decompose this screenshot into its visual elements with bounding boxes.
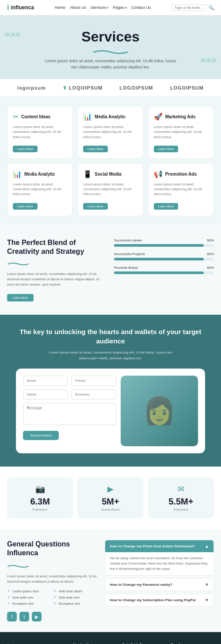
faq-arrow-1: ▲ (205, 544, 209, 549)
faq-right: How to Change my Photo from Admin Dashbo… (105, 540, 214, 622)
mic-icon: 🎙 (63, 86, 68, 90)
progress-brand: Promote Brand 90% (114, 266, 214, 274)
service-1-desc: Lorem ipsum dolor sit amet, consectetur … (13, 124, 67, 139)
nav-contact[interactable]: Contact Us (131, 5, 151, 10)
youtube-btn[interactable]: ▶ (32, 612, 42, 621)
faq-left: General Questions Influenca Lorem ipsum … (7, 540, 98, 622)
faq-social: f t ▶ (7, 612, 98, 621)
logo-4: LOGOIPSUM (170, 85, 204, 90)
logo-2-text: LOQOIPSUM (69, 85, 103, 90)
service-card-6: 📢 Promotion Ads Lorem ipsum dolor sit am… (148, 163, 214, 216)
progress-brand-label: Promote Brand (114, 266, 138, 270)
media-icon: 📊 (13, 170, 22, 178)
brand-name: influenca (11, 4, 34, 11)
check-6-icon: ✓ (53, 601, 57, 606)
key-title: The key to unlocking the hearts and wall… (7, 327, 214, 346)
nav-about[interactable]: About Us (70, 5, 86, 10)
faq-q-3: How to Change my Subscription Plan using… (110, 598, 195, 602)
check-4-icon: ✓ (53, 595, 57, 599)
search-icon[interactable]: 🔍 (209, 5, 214, 10)
faq-checklist: ✓ Lorem ipsum num ✓ Velit esse cillum ✓ … (7, 589, 98, 606)
submit-button[interactable]: Submit button (23, 431, 59, 440)
service-card-4: 📊 Media Analytic Lorem ipsum dolor sit a… (7, 163, 73, 216)
contact-image: 👩 (121, 376, 198, 446)
faq-item-1: How to Change my Photo from Admin Dashbo… (105, 540, 214, 576)
check-2: ✓ Velit esse cillum (53, 589, 98, 593)
faq-item-3-header[interactable]: How to Change my Subscription Plan using… (105, 594, 213, 606)
service-card-3-header: 🚀 Marketing Ads (154, 113, 208, 121)
check-1: ✓ Lorem ipsum num (7, 589, 52, 593)
service-card-4-header: 📊 Media Analytic (13, 170, 67, 178)
brand-logo[interactable]: i influenca (7, 4, 34, 11)
blend-underline (7, 259, 107, 267)
service-4-btn[interactable]: Learn More (13, 203, 38, 210)
logos-bar: logoipsum 🎙 LOQOIPSUM LOGOIPSUM LOGOIPSU… (0, 79, 221, 97)
progress-projects-pct: 90% (207, 252, 214, 256)
stat-1-icon: 📷 (11, 484, 69, 494)
check-1-icon: ✓ (7, 589, 11, 593)
faq-inner: General Questions Influenca Lorem ipsum … (7, 540, 214, 622)
phone-input[interactable] (71, 376, 116, 386)
service-card-3: 🚀 Marketing Ads Lorem ipsum dolor sit am… (148, 106, 214, 159)
business-input[interactable] (71, 389, 116, 399)
name-input[interactable] (23, 389, 68, 399)
check-5: ✓ Excepteur sint (7, 601, 52, 606)
service-3-btn[interactable]: Learn More (154, 146, 179, 152)
email-input[interactable] (23, 376, 68, 386)
key-section: The key to unlocking the hearts and wall… (0, 315, 221, 467)
faq-arrow-2: ▼ (205, 582, 209, 587)
faq-q-1: How to Change my Photo from Admin Dashbo… (110, 544, 195, 548)
key-subtitle: Lorem ipsum dolor sit amet, consectetur … (44, 350, 177, 362)
service-2-desc: Lorem ipsum dolor sit amet, consectetur … (83, 124, 137, 139)
service-card-1: ✂ Content Ideas Lorem ipsum dolor sit am… (7, 106, 73, 159)
analytic-icon: 📊 (83, 113, 92, 121)
faq-item-1-header[interactable]: How to Change my Photo from Admin Dashbo… (105, 540, 213, 552)
services-section: ✂ Content Ideas Lorem ipsum dolor sit am… (0, 97, 221, 225)
progress-projects-label: Successful Projects (114, 252, 145, 256)
deco-arrows-left: »»» (4, 29, 21, 40)
search-input[interactable] (171, 4, 207, 11)
marketing-icon: 🚀 (154, 113, 163, 121)
blend-title: The Perfect Blend of Creativity and Stra… (7, 238, 107, 257)
faq-item-2-header[interactable]: How to Change my Password easily? ▼ (105, 579, 213, 591)
check-3-text: Duis aute rure (12, 595, 33, 599)
nav-pages[interactable]: Pages (113, 5, 126, 10)
service-card-2-header: 📊 Media Analytic (83, 113, 137, 121)
service-1-btn[interactable]: Learn More (13, 146, 38, 152)
faq-section: General Questions Influenca Lorem ipsum … (0, 529, 221, 633)
blend-learn-btn[interactable]: Learn More (7, 294, 34, 301)
progress-projects-fill (114, 258, 204, 260)
search-area: 🔍 (171, 4, 214, 11)
contact-img-inner: 👩 (121, 376, 198, 446)
contact-content: Submit button 👩 (23, 376, 198, 446)
nav-home[interactable]: Home (55, 5, 65, 10)
faq-arrow-3: ▼ (205, 598, 209, 603)
service-4-desc: Lorem ipsum dolor sit amet, consectetur … (13, 182, 67, 197)
service-card-1-header: ✂ Content Ideas (13, 113, 67, 121)
progress-brand-pct: 90% (207, 266, 214, 270)
stat-3-label: Followers (152, 508, 210, 512)
service-5-btn[interactable]: Learn More (83, 203, 108, 210)
stat-2-icon: ▶ (82, 484, 139, 494)
progress-brand-bg (114, 271, 214, 274)
stat-1: 📷 6.3M Followers (7, 477, 73, 519)
service-2-btn[interactable]: Learn More (83, 146, 108, 152)
faq-item-3: How to Change my Subscription Plan using… (105, 594, 214, 606)
message-input[interactable] (23, 403, 116, 425)
stat-2-label: Subscribers (82, 508, 139, 512)
service-5-desc: Lorem ipsum dolor sit amet, consectetur … (83, 182, 137, 197)
stat-3: ✉ 5.5M+ Followers (148, 477, 214, 519)
check-2-text: Velit esse cillum (59, 589, 82, 593)
facebook-btn[interactable]: f (7, 612, 17, 621)
twitter-btn[interactable]: t (19, 612, 29, 621)
form-row-2 (23, 389, 116, 399)
check-3: ✓ Duis aute rure (7, 595, 52, 599)
service-6-btn[interactable]: Learn More (154, 203, 179, 210)
social-icon: 📱 (83, 170, 92, 178)
nav-services[interactable]: Services (91, 5, 108, 10)
person-icon: 👩 (143, 395, 176, 426)
logo-2: 🎙 LOQOIPSUM (63, 85, 103, 90)
stat-3-number: 5.5M+ (152, 497, 210, 507)
service-6-title: Promotion Ads (165, 172, 197, 177)
blend-section: The Perfect Blend of Creativity and Stra… (0, 225, 221, 315)
